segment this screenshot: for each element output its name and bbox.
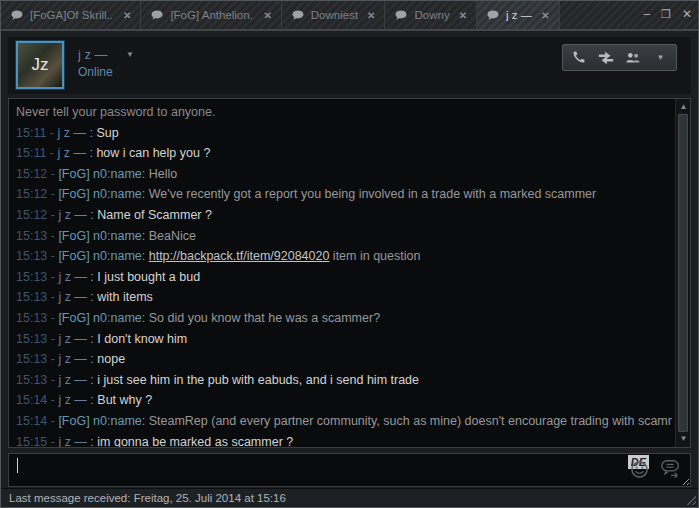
message-sender: j z — xyxy=(58,373,86,387)
tab-close-icon[interactable]: ✕ xyxy=(263,10,271,21)
maximize-button[interactable]: ❒ xyxy=(661,6,671,22)
avatar[interactable]: Jz xyxy=(16,41,64,89)
message-timestamp: 15:13 - xyxy=(16,373,58,387)
chevron-down-icon: ▼ xyxy=(657,53,665,62)
scroll-up-icon[interactable]: ▲ xyxy=(676,100,691,114)
resize-grip[interactable] xyxy=(686,495,696,505)
message-timestamp: 15:15 - xyxy=(16,435,58,448)
chat-log-button[interactable] xyxy=(659,458,683,484)
message-text: Sup xyxy=(96,126,118,140)
message-sender: j z — xyxy=(57,146,85,160)
message-input[interactable] xyxy=(9,454,690,486)
message-colon: : xyxy=(87,435,97,448)
message-colon: : xyxy=(87,352,97,366)
minimize-button[interactable]: – xyxy=(643,6,650,22)
chat-tab[interactable]: j z —✕ xyxy=(477,1,560,29)
steam-chat-window: [FoGA]Of Skrill...✕[FoG] Anthelion...✕Do… xyxy=(0,0,699,508)
tab-strip: [FoGA]Of Skrill...✕[FoG] Anthelion...✕Do… xyxy=(1,1,560,29)
friend-name[interactable]: j z — xyxy=(78,47,108,62)
chat-log: Never tell your password to anyone.15:11… xyxy=(8,98,691,448)
tab-label: [FoG] Anthelion... xyxy=(170,9,254,21)
chat-bubble-icon xyxy=(394,10,408,21)
message-colon: : xyxy=(87,373,97,387)
chat-tab[interactable]: [FoG] Anthelion...✕ xyxy=(141,1,281,29)
message-text: I don't know him xyxy=(97,332,187,346)
trade-arrows-icon xyxy=(597,50,615,66)
message-row: 15:14 - [FoG] n0:name: SteamRep (and eve… xyxy=(16,411,672,432)
message-row: 15:12 - [FoG] n0:name: We've recently go… xyxy=(16,184,672,205)
message-sender: j z — xyxy=(58,393,86,407)
message-colon: : xyxy=(87,393,97,407)
message-text: im gonna be marked as scammer ? xyxy=(97,435,293,448)
scrollbar[interactable]: ▲ ▼ xyxy=(675,99,690,447)
message-sender: j z — xyxy=(58,290,86,304)
friend-status: Online xyxy=(78,65,134,79)
voice-call-button[interactable] xyxy=(566,47,590,69)
chat-bubble-icon xyxy=(291,10,305,21)
message-sender: [FoG] n0:name xyxy=(58,229,141,243)
message-text: We've recently got a report you being in… xyxy=(149,187,597,201)
avatar-initials: Jz xyxy=(32,55,49,75)
message-row: 15:13 - j z — : i just see him in the pu… xyxy=(16,370,672,391)
more-actions-button[interactable]: ▼ xyxy=(649,47,673,69)
message-timestamp: 15:14 - xyxy=(16,393,58,407)
friend-identity: j z — ▼ Online xyxy=(78,45,134,79)
message-text: nope xyxy=(97,352,125,366)
tab-close-icon[interactable]: ✕ xyxy=(459,10,467,21)
message-text: Hello xyxy=(149,167,178,181)
message-sender: j z — xyxy=(57,126,85,140)
message-row: 15:12 - j z — : Name of Scammer ? xyxy=(16,205,672,226)
chat-header: Jz j z — ▼ Online xyxy=(8,37,691,94)
message-text: with items xyxy=(97,290,153,304)
message-timestamp: 15:13 - xyxy=(16,311,58,325)
message-timestamp: 15:11 - xyxy=(16,126,57,140)
message-text: BeaNice xyxy=(149,229,196,243)
message-row: 15:14 - j z — : But why ? xyxy=(16,390,672,411)
message-timestamp: 15:11 - xyxy=(16,146,57,160)
window-controls: – ❒ ✕ xyxy=(643,6,692,22)
message-row: 15:13 - [FoG] n0:name: http://backpack.t… xyxy=(16,246,672,267)
chat-bubble-icon xyxy=(150,10,164,21)
message-row: 15:12 - [FoG] n0:name: Hello xyxy=(16,164,672,185)
message-timestamp: 15:13 - xyxy=(16,290,58,304)
tab-label: Downy xyxy=(414,9,449,21)
message-sender: j z — xyxy=(58,435,86,448)
message-colon: : xyxy=(142,229,149,243)
message-sender: j z — xyxy=(58,208,86,222)
message-colon: : xyxy=(87,290,97,304)
message-row: 15:11 - j z — : how i can help you ? xyxy=(16,143,672,164)
chat-tab[interactable]: Downiest✕ xyxy=(282,1,386,29)
message-link[interactable]: http://backpack.tf/item/92084020 xyxy=(149,249,330,263)
scroll-down-icon[interactable]: ▼ xyxy=(676,432,691,446)
chat-tab[interactable]: Downy✕ xyxy=(385,1,477,29)
header-toolbar: ▼ xyxy=(562,44,677,71)
last-message-status: Last message received: Freitag, 25. Juli… xyxy=(9,492,286,504)
scrollbar-thumb[interactable] xyxy=(678,114,688,432)
chat-tab[interactable]: [FoGA]Of Skrill...✕ xyxy=(1,1,141,29)
close-button[interactable]: ✕ xyxy=(682,6,692,22)
chat-bubble-icon xyxy=(486,10,500,21)
tab-label: Downiest xyxy=(311,9,358,21)
tab-close-icon[interactable]: ✕ xyxy=(541,10,549,21)
message-text: But why ? xyxy=(97,393,152,407)
trade-button[interactable] xyxy=(594,47,618,69)
message-text: item in question xyxy=(329,249,420,263)
tab-close-icon[interactable]: ✕ xyxy=(367,10,375,21)
message-colon: : xyxy=(87,332,97,346)
message-text: So did you know that he was a scammer? xyxy=(149,311,380,325)
message-timestamp: 15:13 - xyxy=(16,229,58,243)
invite-to-group-button[interactable] xyxy=(621,47,645,69)
chevron-down-icon[interactable]: ▼ xyxy=(126,50,134,59)
message-timestamp: 15:12 - xyxy=(16,167,58,181)
message-text: I just bought a bud xyxy=(97,270,200,284)
message-list: Never tell your password to anyone.15:11… xyxy=(16,102,672,447)
message-row: 15:13 - j z — : I just bought a bud xyxy=(16,267,672,288)
phone-icon xyxy=(570,49,587,66)
message-timestamp: 15:13 - xyxy=(16,352,58,366)
message-sender: j z — xyxy=(58,352,86,366)
tab-close-icon[interactable]: ✕ xyxy=(123,10,131,21)
emoticon-button[interactable] xyxy=(630,460,649,483)
message-colon: : xyxy=(142,187,149,201)
message-sender: [FoG] n0:name xyxy=(58,311,141,325)
message-row: 15:15 - j z — : im gonna be marked as sc… xyxy=(16,432,672,448)
